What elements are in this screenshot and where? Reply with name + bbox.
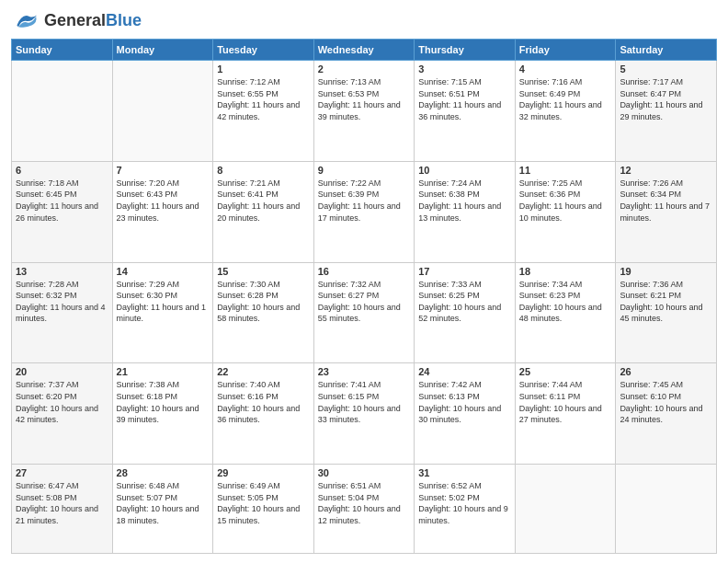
table-cell: 30Sunrise: 6:51 AMSunset: 5:04 PMDayligh… [313, 465, 415, 554]
day-info: Sunrise: 7:38 AMSunset: 6:18 PMDaylight:… [117, 379, 210, 425]
table-cell: 12Sunrise: 7:26 AMSunset: 6:34 PMDayligh… [616, 161, 717, 262]
day-info: Sunrise: 6:48 AMSunset: 5:07 PMDaylight:… [117, 480, 210, 526]
header: GeneralBlue [11, 9, 717, 31]
day-info: Sunrise: 7:32 AMSunset: 6:27 PMDaylight:… [318, 279, 411, 325]
logo-text: GeneralBlue [44, 11, 142, 30]
day-info: Sunrise: 7:24 AMSunset: 6:38 PMDaylight:… [418, 178, 511, 224]
day-info: Sunrise: 7:33 AMSunset: 6:25 PMDaylight:… [418, 279, 511, 325]
day-info: Sunrise: 7:12 AMSunset: 6:55 PMDaylight:… [217, 76, 310, 122]
day-info: Sunrise: 7:21 AMSunset: 6:41 PMDaylight:… [217, 178, 310, 224]
table-cell: 27Sunrise: 6:47 AMSunset: 5:08 PMDayligh… [12, 465, 113, 554]
day-number: 27 [16, 467, 108, 478]
day-number: 28 [117, 467, 210, 478]
table-cell: 4Sunrise: 7:16 AMSunset: 6:49 PMDaylight… [515, 61, 616, 162]
table-cell: 22Sunrise: 7:40 AMSunset: 6:16 PMDayligh… [213, 363, 314, 465]
table-cell: 31Sunrise: 6:52 AMSunset: 5:02 PMDayligh… [415, 465, 516, 554]
day-info: Sunrise: 7:37 AMSunset: 6:20 PMDaylight:… [16, 379, 108, 425]
table-cell [515, 465, 616, 554]
day-info: Sunrise: 7:42 AMSunset: 6:13 PMDaylight:… [418, 379, 511, 425]
table-cell: 9Sunrise: 7:22 AMSunset: 6:39 PMDaylight… [313, 161, 415, 262]
day-number: 11 [519, 165, 612, 176]
table-cell: 19Sunrise: 7:36 AMSunset: 6:21 PMDayligh… [616, 262, 717, 363]
table-cell: 17Sunrise: 7:33 AMSunset: 6:25 PMDayligh… [415, 262, 516, 363]
day-info: Sunrise: 7:13 AMSunset: 6:53 PMDaylight:… [318, 76, 411, 122]
day-number: 20 [16, 366, 108, 377]
day-info: Sunrise: 6:52 AMSunset: 5:02 PMDaylight:… [418, 480, 511, 526]
day-number: 16 [318, 266, 411, 277]
day-number: 23 [318, 366, 411, 377]
table-cell: 3Sunrise: 7:15 AMSunset: 6:51 PMDaylight… [415, 61, 516, 162]
day-number: 18 [519, 266, 612, 277]
day-info: Sunrise: 7:34 AMSunset: 6:23 PMDaylight:… [519, 279, 612, 325]
day-number: 14 [117, 266, 210, 277]
table-cell: 11Sunrise: 7:25 AMSunset: 6:36 PMDayligh… [515, 161, 616, 262]
day-number: 4 [519, 63, 612, 75]
day-number: 15 [217, 266, 310, 277]
col-monday: Monday [112, 40, 213, 61]
day-number: 1 [217, 63, 310, 75]
table-cell: 14Sunrise: 7:29 AMSunset: 6:30 PMDayligh… [112, 262, 213, 363]
day-info: Sunrise: 6:51 AMSunset: 5:04 PMDaylight:… [318, 480, 411, 526]
day-number: 13 [16, 266, 108, 277]
table-cell [112, 61, 213, 162]
day-number: 25 [519, 366, 612, 377]
table-cell: 21Sunrise: 7:38 AMSunset: 6:18 PMDayligh… [112, 363, 213, 465]
day-number: 5 [620, 63, 712, 75]
day-number: 10 [418, 165, 511, 176]
page: GeneralBlue Sunday Monday Tuesday Wednes… [0, 0, 728, 563]
col-tuesday: Tuesday [213, 40, 314, 61]
day-info: Sunrise: 7:18 AMSunset: 6:45 PMDaylight:… [16, 178, 108, 224]
day-number: 29 [217, 467, 310, 478]
calendar-table: Sunday Monday Tuesday Wednesday Thursday… [11, 39, 717, 554]
table-cell: 28Sunrise: 6:48 AMSunset: 5:07 PMDayligh… [112, 465, 213, 554]
day-info: Sunrise: 7:28 AMSunset: 6:32 PMDaylight:… [16, 279, 108, 325]
day-info: Sunrise: 7:44 AMSunset: 6:11 PMDaylight:… [519, 379, 612, 425]
day-info: Sunrise: 7:45 AMSunset: 6:10 PMDaylight:… [620, 379, 712, 425]
col-thursday: Thursday [415, 40, 516, 61]
table-cell: 29Sunrise: 6:49 AMSunset: 5:05 PMDayligh… [213, 465, 314, 554]
day-info: Sunrise: 6:47 AMSunset: 5:08 PMDaylight:… [16, 480, 108, 526]
table-cell: 5Sunrise: 7:17 AMSunset: 6:47 PMDaylight… [616, 61, 717, 162]
table-cell: 15Sunrise: 7:30 AMSunset: 6:28 PMDayligh… [213, 262, 314, 363]
day-info: Sunrise: 7:22 AMSunset: 6:39 PMDaylight:… [318, 178, 411, 224]
logo-icon [11, 9, 40, 31]
day-number: 26 [620, 366, 712, 377]
col-sunday: Sunday [12, 40, 113, 61]
day-number: 21 [117, 366, 210, 377]
table-cell [616, 465, 717, 554]
day-number: 3 [418, 63, 511, 75]
day-number: 12 [620, 165, 712, 176]
table-cell: 23Sunrise: 7:41 AMSunset: 6:15 PMDayligh… [313, 363, 415, 465]
day-number: 7 [117, 165, 210, 176]
table-cell [12, 61, 113, 162]
day-number: 2 [318, 63, 411, 75]
col-wednesday: Wednesday [313, 40, 415, 61]
col-saturday: Saturday [616, 40, 717, 61]
table-cell: 20Sunrise: 7:37 AMSunset: 6:20 PMDayligh… [12, 363, 113, 465]
day-info: Sunrise: 7:15 AMSunset: 6:51 PMDaylight:… [418, 76, 511, 122]
day-number: 19 [620, 266, 712, 277]
table-cell: 7Sunrise: 7:20 AMSunset: 6:43 PMDaylight… [112, 161, 213, 262]
day-info: Sunrise: 7:26 AMSunset: 6:34 PMDaylight:… [620, 178, 712, 224]
table-cell: 10Sunrise: 7:24 AMSunset: 6:38 PMDayligh… [415, 161, 516, 262]
day-info: Sunrise: 7:16 AMSunset: 6:49 PMDaylight:… [519, 76, 612, 122]
col-friday: Friday [515, 40, 616, 61]
day-number: 9 [318, 165, 411, 176]
table-cell: 2Sunrise: 7:13 AMSunset: 6:53 PMDaylight… [313, 61, 415, 162]
table-cell: 25Sunrise: 7:44 AMSunset: 6:11 PMDayligh… [515, 363, 616, 465]
day-info: Sunrise: 7:29 AMSunset: 6:30 PMDaylight:… [117, 279, 210, 325]
day-number: 31 [418, 467, 511, 478]
day-number: 30 [318, 467, 411, 478]
header-row: Sunday Monday Tuesday Wednesday Thursday… [12, 40, 717, 61]
day-info: Sunrise: 7:40 AMSunset: 6:16 PMDaylight:… [217, 379, 310, 425]
table-cell: 18Sunrise: 7:34 AMSunset: 6:23 PMDayligh… [515, 262, 616, 363]
table-cell: 24Sunrise: 7:42 AMSunset: 6:13 PMDayligh… [415, 363, 516, 465]
day-number: 24 [418, 366, 511, 377]
day-info: Sunrise: 7:17 AMSunset: 6:47 PMDaylight:… [620, 76, 712, 122]
day-number: 17 [418, 266, 511, 277]
table-cell: 16Sunrise: 7:32 AMSunset: 6:27 PMDayligh… [313, 262, 415, 363]
table-cell: 1Sunrise: 7:12 AMSunset: 6:55 PMDaylight… [213, 61, 314, 162]
table-cell: 8Sunrise: 7:21 AMSunset: 6:41 PMDaylight… [213, 161, 314, 262]
day-info: Sunrise: 7:25 AMSunset: 6:36 PMDaylight:… [519, 178, 612, 224]
day-number: 22 [217, 366, 310, 377]
